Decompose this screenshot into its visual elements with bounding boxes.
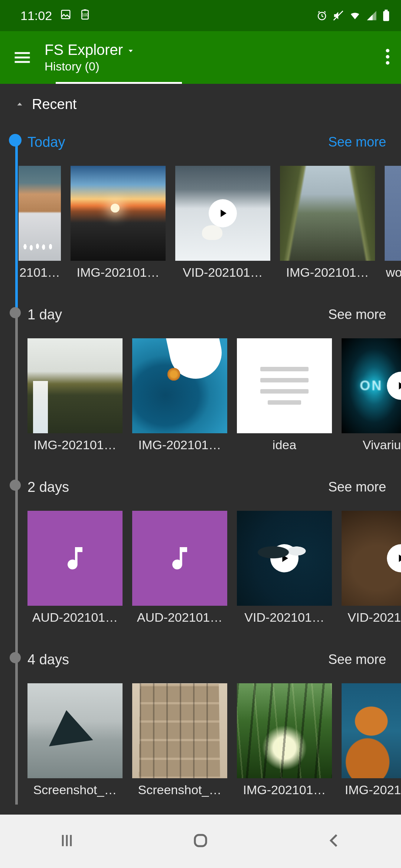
see-more-link[interactable]: See more [328, 652, 386, 667]
file-label: wo [386, 265, 401, 280]
file-label: 2101… [19, 265, 60, 280]
video-thumbnail[interactable] [237, 511, 332, 606]
svg-point-10 [386, 61, 389, 65]
video-thumbnail[interactable] [342, 511, 401, 606]
document-thumbnail[interactable] [237, 338, 332, 433]
play-icon [209, 199, 237, 227]
file-label: idea [273, 438, 296, 452]
section-title[interactable]: 2 days [27, 479, 69, 495]
play-icon [270, 544, 299, 572]
mute-icon [333, 10, 344, 21]
image-thumbnail[interactable] [237, 683, 332, 778]
file-label: IMG-202101… [77, 265, 160, 280]
see-more-link[interactable]: See more [328, 134, 386, 150]
file-item[interactable]: wo [385, 166, 401, 280]
image-thumbnail[interactable] [132, 338, 227, 433]
section-header: 2 days See more [16, 472, 401, 502]
file-item[interactable]: IMG-202101… [237, 683, 332, 797]
video-thumbnail[interactable] [175, 166, 270, 261]
file-item[interactable]: VID-2021 [342, 511, 401, 625]
timeline-sections: Today See more 2101… IMG-202101… VID-202… [0, 125, 401, 805]
see-more-link[interactable]: See more [328, 479, 386, 495]
status-left: 11:02 100 [20, 9, 91, 23]
menu-button[interactable] [0, 31, 45, 84]
play-icon [387, 372, 401, 400]
file-row[interactable]: 2101… IMG-202101… VID-202101… IMG-202101… [19, 157, 401, 297]
file-label: IMG-2021 [345, 783, 401, 797]
file-item[interactable]: AUD-202101… [27, 511, 123, 625]
content: Recent Today See more 2101… IMG-202101… [0, 84, 401, 805]
app-title-text: FS Explorer [45, 42, 123, 58]
file-item[interactable]: IMG-202101… [27, 338, 123, 452]
recent-label: Recent [32, 96, 76, 112]
play-icon [387, 544, 401, 572]
section-2days: 2 days See more AUD-202101… AUD-202101… [16, 470, 401, 642]
image-thumbnail[interactable] [19, 166, 61, 261]
file-label: AUD-202101… [32, 610, 118, 625]
status-bar: 11:02 100 [0, 0, 401, 31]
app-title[interactable]: FS Explorer [45, 42, 135, 58]
file-item[interactable]: VID-202101… [175, 166, 270, 280]
section-title[interactable]: 1 day [27, 307, 62, 323]
audio-thumbnail[interactable] [132, 511, 227, 606]
file-item[interactable]: idea [237, 338, 332, 452]
section-title[interactable]: Today [27, 134, 65, 150]
image-thumbnail[interactable] [280, 166, 375, 261]
section-title[interactable]: 4 days [27, 652, 69, 668]
see-more-link[interactable]: See more [328, 307, 386, 322]
image-thumbnail[interactable] [71, 166, 166, 261]
section-4days: 4 days See more Screenshot_… Screenshot_… [16, 642, 401, 805]
file-row[interactable]: AUD-202101… AUD-202101… VID-202101… [16, 502, 401, 642]
timeline-dot [10, 652, 21, 663]
file-item[interactable]: IMG-202101… [71, 166, 166, 280]
app-subtitle: History (0) [45, 60, 135, 73]
home-button[interactable] [191, 831, 210, 852]
file-item[interactable]: IMG-2021 [342, 683, 401, 797]
audio-thumbnail[interactable] [27, 511, 123, 606]
alarm-icon [316, 10, 327, 21]
timeline-dot [10, 307, 21, 318]
svg-rect-6 [383, 11, 389, 21]
video-thumbnail[interactable]: ON [342, 338, 401, 433]
app-title-block[interactable]: FS Explorer History (0) [45, 42, 135, 73]
overflow-menu-button[interactable] [385, 49, 390, 66]
file-item[interactable]: VID-202101… [237, 511, 332, 625]
timeline-dot [9, 134, 22, 147]
file-row[interactable]: Screenshot_… Screenshot_… IMG-202101… IM… [16, 674, 401, 805]
image-thumbnail[interactable] [132, 683, 227, 778]
recents-button[interactable] [57, 831, 76, 852]
music-note-icon [165, 543, 195, 573]
svg-rect-14 [195, 835, 206, 846]
file-item[interactable]: IMG-202101… [280, 166, 375, 280]
thumb-text: ON [360, 378, 383, 394]
file-item[interactable]: Screenshot_… [27, 683, 123, 797]
image-thumbnail[interactable] [385, 166, 401, 261]
collapse-icon [15, 96, 25, 112]
recent-header[interactable]: Recent [0, 84, 401, 125]
file-item[interactable]: AUD-202101… [132, 511, 227, 625]
file-label: Vivariu [363, 438, 401, 452]
svg-rect-2 [84, 9, 87, 11]
status-time: 11:02 [20, 9, 52, 23]
file-label: Screenshot_… [33, 783, 117, 797]
image-thumbnail[interactable] [342, 683, 401, 778]
file-label: IMG-202101… [243, 783, 326, 797]
image-thumbnail[interactable] [27, 683, 123, 778]
file-item[interactable]: IMG-202101… [132, 338, 227, 452]
svg-point-9 [386, 55, 389, 59]
file-item[interactable]: ON Vivariu [342, 338, 401, 452]
svg-point-8 [386, 49, 389, 53]
svg-text:100: 100 [82, 13, 88, 17]
file-label: VID-202101… [183, 265, 263, 280]
image-icon [60, 9, 71, 23]
file-row[interactable]: IMG-202101… IMG-202101… idea ON [16, 329, 401, 470]
file-label: AUD-202101… [137, 610, 223, 625]
battery-100-icon: 100 [79, 9, 91, 23]
battery-icon [382, 10, 390, 22]
back-button[interactable] [325, 831, 344, 852]
section-header: 1 day See more [16, 300, 401, 329]
file-item[interactable]: Screenshot_… [132, 683, 227, 797]
file-item[interactable]: 2101… [19, 166, 61, 280]
signal-icon [366, 10, 377, 21]
image-thumbnail[interactable] [27, 338, 123, 433]
